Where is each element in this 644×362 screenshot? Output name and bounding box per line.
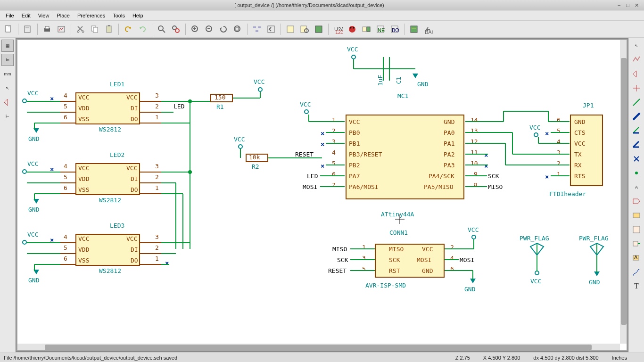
conn1-ref: CONN1 (389, 229, 408, 236)
place-text-icon[interactable]: T (630, 280, 643, 292)
select-tool-icon[interactable]: ↖ (630, 40, 643, 52)
grid-icon[interactable]: ▦ (1, 40, 14, 52)
svg-rect-148 (633, 226, 640, 233)
led2-ref: LED2 (110, 151, 124, 158)
redo-icon[interactable] (136, 23, 149, 36)
place-sheet-icon[interactable] (630, 223, 643, 236)
minimize-button[interactable]: − (618, 2, 623, 8)
zoom-in-icon[interactable] (189, 23, 202, 36)
svg-point-34 (350, 27, 352, 28)
maximize-button[interactable]: □ (626, 2, 632, 8)
copy-icon[interactable] (88, 23, 101, 36)
schematic-canvas[interactable]: LED1 WS2812 VCC VDD VSS VCC DI DO 4 5 6 … (16, 38, 628, 352)
svg-rect-36 (363, 27, 366, 32)
menu-file[interactable]: File (2, 12, 18, 19)
cvpcb-icon[interactable] (360, 23, 373, 36)
svg-text:BACK: BACK (425, 29, 433, 34)
hierarchy-icon[interactable] (250, 23, 264, 36)
wires (20, 43, 624, 347)
find-replace-icon[interactable] (169, 23, 182, 36)
svg-rect-10 (107, 26, 111, 33)
paste-icon[interactable] (102, 23, 116, 36)
zoom-out-icon[interactable] (203, 23, 216, 36)
find-icon[interactable] (155, 23, 168, 36)
place-wire-entry-icon[interactable] (630, 124, 643, 137)
plot-icon[interactable] (55, 23, 68, 36)
menu-preferences[interactable]: Preferences (74, 12, 109, 19)
bom-icon[interactable]: BOM (388, 23, 401, 36)
place-globallabel-icon[interactable] (630, 195, 643, 207)
led1-type: WS2812 (99, 126, 121, 133)
pwrflag2: PWR_FLAG (579, 235, 609, 242)
leave-sheet-icon[interactable] (264, 23, 278, 36)
svg-rect-27 (287, 26, 294, 33)
library-editor-icon[interactable] (284, 23, 297, 36)
footprint-editor-icon[interactable] (312, 23, 325, 36)
led3-type: WS2812 (99, 267, 121, 274)
menu-bar: File Edit View Place Preferences Tools H… (0, 10, 644, 21)
back-annotate-icon[interactable]: BACK (421, 23, 435, 36)
zoom-redraw-icon[interactable] (217, 23, 230, 36)
place-sheetpin-icon[interactable]: A (630, 252, 643, 264)
cut-icon[interactable] (74, 23, 87, 36)
nc-x-icon: × (50, 95, 54, 102)
place-graphic-line-icon[interactable] (630, 266, 643, 278)
vertical-scrollbar[interactable] (620, 39, 627, 344)
mc1-type: ATtiny44A (381, 211, 414, 218)
place-wire-icon[interactable] (630, 96, 643, 108)
place-bus-icon[interactable] (630, 110, 643, 123)
run-pcbnew-icon[interactable] (407, 23, 421, 36)
place-junction-icon[interactable] (630, 167, 643, 179)
svg-rect-149 (633, 241, 638, 246)
status-xy: X 4.500 Y 2.800 (483, 355, 520, 361)
place-hierlabel-icon[interactable] (630, 209, 643, 222)
pwrflag1: PWR_FLAG (520, 235, 549, 242)
svg-rect-11 (108, 25, 110, 26)
led1-pin-vdd: VDD (78, 105, 89, 112)
netlist-icon[interactable]: NET (374, 23, 387, 36)
units-mm-button[interactable]: mm (1, 68, 14, 80)
place-power-icon[interactable] (630, 82, 643, 94)
page-settings-icon[interactable] (21, 23, 34, 36)
svg-line-138 (633, 99, 640, 106)
units-in-button[interactable]: In (1, 54, 14, 66)
window-title: [ output_device /] (/home/thierry/Docume… (4, 2, 615, 8)
svg-point-21 (234, 26, 240, 32)
svg-rect-24 (258, 26, 261, 28)
highlight-net-icon[interactable] (630, 54, 643, 66)
gnd-symbol-icon (412, 74, 419, 79)
menu-edit[interactable]: Edit (18, 12, 34, 19)
erc-icon[interactable] (346, 23, 359, 36)
import-hierlabel-icon[interactable] (630, 238, 643, 250)
svg-line-13 (163, 30, 165, 33)
print-icon[interactable] (41, 23, 54, 36)
undo-icon[interactable] (122, 23, 135, 36)
component-conn1[interactable] (375, 244, 445, 278)
hidden-pins-icon[interactable] (1, 96, 14, 108)
zoom-fit-icon[interactable] (231, 23, 244, 36)
menu-tools[interactable]: Tools (109, 12, 129, 19)
close-button[interactable]: ✕ (635, 2, 640, 8)
menu-view[interactable]: View (34, 12, 53, 19)
cursor-shape-icon[interactable]: ↖ (1, 82, 14, 94)
led1-pin-vcc-l: VCC (78, 94, 89, 101)
place-noconnect-icon[interactable] (630, 153, 643, 165)
svg-point-35 (353, 27, 355, 28)
annotate-icon[interactable]: U?A123 (331, 23, 345, 36)
right-toolbar: ↖ A A T (629, 38, 644, 353)
r2-ref: R2 (252, 163, 259, 170)
place-bus-entry-icon[interactable] (630, 139, 643, 151)
menu-help[interactable]: Help (129, 12, 147, 19)
svg-point-15 (175, 29, 179, 33)
new-doc-icon[interactable] (2, 23, 15, 36)
svg-line-140 (633, 127, 639, 133)
horizontal-scrollbar[interactable] (17, 344, 620, 351)
svg-rect-23 (253, 26, 256, 28)
library-browser-icon[interactable] (298, 23, 311, 36)
place-component-icon[interactable] (630, 68, 643, 80)
menu-place[interactable]: Place (53, 12, 74, 19)
r1-ref: R1 (216, 103, 224, 110)
place-netlabel-icon[interactable]: A (630, 181, 643, 193)
bus-direction-icon[interactable]: ⊢ (1, 110, 14, 123)
svg-text:A: A (634, 255, 638, 260)
